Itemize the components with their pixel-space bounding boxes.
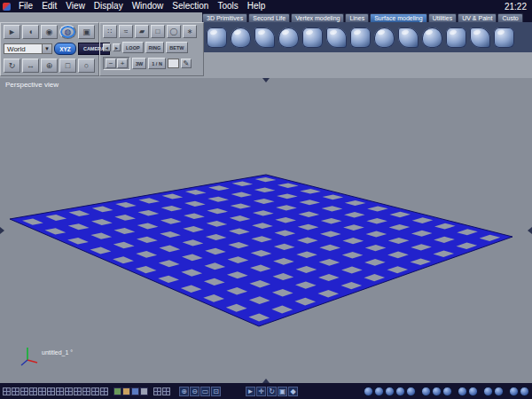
surface-extrude-tool-icon[interactable] bbox=[278, 27, 299, 48]
between-button[interactable]: BETW bbox=[166, 42, 187, 53]
ungroup-icon[interactable] bbox=[468, 387, 478, 396]
custom-layout-icon[interactable] bbox=[100, 387, 108, 395]
rotate-manip-icon[interactable]: ↻ bbox=[267, 387, 277, 396]
value-field-1[interactable] bbox=[168, 59, 179, 68]
zoom-in-icon[interactable]: ⊕ bbox=[179, 387, 189, 396]
tab-utilities[interactable]: Utilities bbox=[428, 13, 458, 22]
tab-surface-modeling[interactable]: Surface modeling bbox=[370, 13, 426, 22]
three-views-right-icon[interactable] bbox=[29, 387, 37, 395]
copy-icon[interactable] bbox=[421, 387, 431, 396]
grid-toggle-icon[interactable] bbox=[153, 387, 161, 395]
reset-view-icon[interactable]: ○ bbox=[78, 59, 95, 73]
frame-view-icon[interactable]: □ bbox=[59, 59, 76, 73]
taper-icon[interactable] bbox=[395, 387, 405, 396]
zoom-region-icon[interactable]: ⊡ bbox=[211, 387, 221, 396]
hand-tool-icon[interactable]: ◖ bbox=[22, 25, 39, 39]
hide-icon[interactable] bbox=[483, 387, 493, 396]
ruled-surface-tool-icon[interactable] bbox=[231, 27, 251, 48]
select-arrow-icon[interactable]: ► bbox=[4, 25, 20, 39]
tab-uv-paint[interactable]: UV & Paint bbox=[458, 13, 497, 22]
three-views-top-icon[interactable] bbox=[56, 387, 64, 395]
ring-button[interactable]: RING bbox=[145, 42, 165, 53]
coons-surface-tool-icon[interactable] bbox=[207, 27, 227, 48]
lathe-tool-icon[interactable] bbox=[350, 27, 371, 48]
camera-icon[interactable]: ▣ bbox=[78, 25, 95, 39]
snap-toggle-icon[interactable] bbox=[162, 387, 170, 395]
single-view-icon[interactable] bbox=[3, 387, 11, 395]
world-axis-dropdown[interactable]: World ▼ bbox=[4, 43, 52, 54]
symmetry-icon[interactable] bbox=[364, 387, 373, 396]
textured-mode-icon[interactable] bbox=[140, 387, 148, 395]
sweep-rail-tool-icon[interactable] bbox=[326, 27, 347, 48]
select-points-icon[interactable]: ∷ bbox=[103, 25, 117, 38]
zoom-fit-icon[interactable]: ▭ bbox=[200, 387, 210, 396]
select-loop-icon[interactable]: ◯ bbox=[167, 25, 181, 38]
tab-vertex-modeling[interactable]: Vertex modeling bbox=[291, 13, 344, 22]
perspective-plane-object[interactable] bbox=[0, 78, 532, 383]
quad-split-icon[interactable] bbox=[74, 387, 82, 395]
twist-icon[interactable] bbox=[385, 387, 395, 396]
tab-customize[interactable]: Custo bbox=[497, 13, 522, 22]
menu-selection[interactable]: Selection bbox=[168, 0, 213, 12]
zoom-view-icon[interactable]: ⊕ bbox=[41, 59, 58, 73]
menu-file[interactable]: File bbox=[14, 0, 37, 12]
pen-tool-icon[interactable]: ✎ bbox=[181, 59, 192, 68]
translate-manip-icon[interactable]: ✛ bbox=[256, 387, 266, 396]
menu-window[interactable]: Window bbox=[128, 0, 168, 12]
viewport-3d[interactable]: Perspective view untitled_1 ° bbox=[0, 78, 532, 383]
menu-display[interactable]: Display bbox=[90, 0, 128, 12]
select-edges-icon[interactable]: ≈ bbox=[119, 25, 133, 38]
wide-top-split-icon[interactable] bbox=[82, 387, 90, 395]
duplicate-icon[interactable] bbox=[442, 387, 452, 396]
fillet-tool-icon[interactable] bbox=[470, 27, 490, 48]
properties-icon[interactable] bbox=[509, 387, 519, 396]
stretch-icon[interactable] bbox=[406, 387, 416, 396]
app-logo-icon[interactable] bbox=[3, 3, 11, 11]
smooth-shading-icon[interactable] bbox=[131, 387, 139, 395]
select-all-icon[interactable]: ∗ bbox=[183, 25, 197, 38]
chevron-down-icon[interactable]: ▼ bbox=[43, 43, 52, 54]
loop-button[interactable]: LOOP bbox=[122, 42, 144, 53]
universal-manip-icon[interactable]: ◆ bbox=[288, 387, 298, 396]
menu-help[interactable]: Help bbox=[243, 0, 270, 12]
show-icon[interactable] bbox=[494, 387, 504, 396]
tab-lines[interactable]: Lines bbox=[345, 13, 369, 22]
select-object-icon[interactable]: □ bbox=[151, 25, 165, 38]
curve-extrude-tool-icon[interactable] bbox=[254, 27, 275, 48]
three-views-left-icon[interactable] bbox=[20, 387, 28, 395]
two-views-horizontal-icon[interactable] bbox=[38, 387, 46, 395]
three-views-bottom-icon[interactable] bbox=[65, 387, 73, 395]
1n-button[interactable]: 1 / N bbox=[148, 58, 166, 69]
select-cursor-icon[interactable]: ► bbox=[246, 387, 255, 396]
shrink-selection-icon[interactable]: ▸ bbox=[113, 43, 121, 51]
tab-3d-primitives[interactable]: 3D Primitives bbox=[202, 13, 247, 22]
pan-view-icon[interactable]: ↔ bbox=[22, 59, 39, 73]
tab-second-life[interactable]: Second Life bbox=[248, 13, 290, 22]
grow-selection-icon[interactable]: ◂ bbox=[103, 43, 111, 51]
xyz-button[interactable]: XYZ bbox=[54, 43, 76, 55]
soft-select-icon[interactable]: ◉ bbox=[41, 25, 58, 39]
rotate-view-icon[interactable]: ↻ bbox=[4, 59, 20, 73]
wireframe-mode-icon[interactable] bbox=[113, 387, 121, 395]
bend-icon[interactable] bbox=[374, 387, 384, 396]
paste-icon[interactable] bbox=[432, 387, 442, 396]
untrim-surface-tool-icon[interactable] bbox=[494, 27, 514, 48]
scale-manip-icon[interactable]: ▣ bbox=[278, 387, 287, 396]
menu-edit[interactable]: Edit bbox=[37, 0, 61, 12]
offset-surface-tool-icon[interactable] bbox=[446, 27, 466, 48]
four-views-icon[interactable] bbox=[12, 387, 20, 395]
increase-button[interactable]: + bbox=[117, 59, 128, 68]
group-icon[interactable] bbox=[458, 387, 467, 396]
3w-button[interactable]: 3W bbox=[132, 58, 146, 69]
select-faces-icon[interactable]: ▰ bbox=[135, 25, 149, 38]
zoom-out-icon[interactable]: ⊖ bbox=[190, 387, 200, 396]
sweep-line-tool-icon[interactable] bbox=[302, 27, 323, 48]
menu-view[interactable]: View bbox=[61, 0, 90, 12]
wide-bottom-split-icon[interactable] bbox=[91, 387, 99, 395]
flat-shading-icon[interactable] bbox=[122, 387, 130, 395]
smoothing-tool-icon[interactable] bbox=[398, 27, 419, 48]
decrease-button[interactable]: − bbox=[106, 59, 116, 68]
menu-tools[interactable]: Tools bbox=[213, 0, 242, 12]
orbit-ball-icon[interactable]: ◍ bbox=[59, 25, 76, 39]
gordon-surface-tool-icon[interactable] bbox=[374, 27, 395, 48]
